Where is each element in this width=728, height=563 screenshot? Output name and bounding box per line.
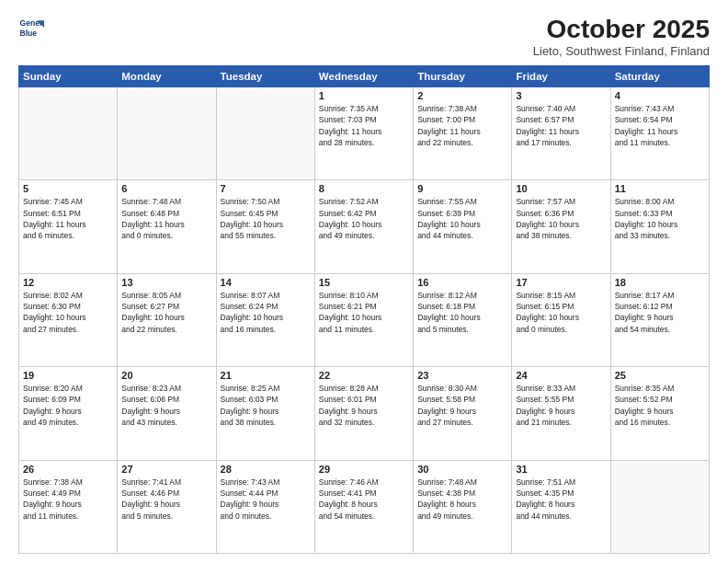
day-cell: 23Sunrise: 8:30 AMSunset: 5:58 PMDayligh… (414, 367, 512, 460)
day-info: Sunrise: 8:02 AMSunset: 6:30 PMDaylight:… (23, 290, 113, 335)
day-cell: 11Sunrise: 8:00 AMSunset: 6:33 PMDayligh… (610, 180, 709, 273)
day-number: 7 (221, 183, 311, 194)
day-info: Sunrise: 8:28 AMSunset: 6:01 PMDaylight:… (319, 383, 409, 428)
day-number: 3 (516, 90, 606, 101)
day-cell: 12Sunrise: 8:02 AMSunset: 6:30 PMDayligh… (19, 273, 118, 366)
day-number: 12 (23, 277, 113, 288)
day-info: Sunrise: 7:41 AMSunset: 4:46 PMDaylight:… (121, 477, 211, 522)
day-info: Sunrise: 8:30 AMSunset: 5:58 PMDaylight:… (417, 383, 507, 428)
day-number: 2 (417, 90, 507, 101)
col-wednesday: Wednesday (314, 66, 413, 87)
day-cell: 6Sunrise: 7:48 AMSunset: 6:48 PMDaylight… (118, 180, 216, 273)
day-info: Sunrise: 8:23 AMSunset: 6:06 PMDaylight:… (121, 383, 211, 428)
day-number: 31 (516, 464, 606, 475)
day-info: Sunrise: 8:25 AMSunset: 6:03 PMDaylight:… (221, 383, 311, 428)
day-info: Sunrise: 8:17 AMSunset: 6:12 PMDaylight:… (615, 290, 705, 335)
week-row-4: 26Sunrise: 7:38 AMSunset: 4:49 PMDayligh… (19, 460, 710, 553)
day-number: 26 (23, 464, 113, 475)
day-info: Sunrise: 7:57 AMSunset: 6:36 PMDaylight:… (516, 196, 606, 241)
day-info: Sunrise: 7:52 AMSunset: 6:42 PMDaylight:… (319, 196, 409, 241)
week-row-2: 12Sunrise: 8:02 AMSunset: 6:30 PMDayligh… (19, 273, 710, 366)
calendar-subtitle: Lieto, Southwest Finland, Finland (533, 44, 710, 58)
day-cell: 3Sunrise: 7:40 AMSunset: 6:57 PMDaylight… (512, 87, 610, 180)
title-block: October 2025 Lieto, Southwest Finland, F… (533, 15, 710, 58)
day-number: 8 (319, 183, 409, 194)
col-thursday: Thursday (414, 66, 512, 87)
day-number: 14 (221, 277, 311, 288)
logo-icon: General Blue (18, 15, 44, 40)
day-cell: 1Sunrise: 7:35 AMSunset: 7:03 PMDaylight… (314, 87, 413, 180)
week-row-0: 1Sunrise: 7:35 AMSunset: 7:03 PMDaylight… (19, 87, 710, 180)
col-tuesday: Tuesday (216, 66, 314, 87)
day-info: Sunrise: 7:48 AMSunset: 6:48 PMDaylight:… (121, 196, 211, 241)
day-number: 1 (319, 90, 409, 101)
day-cell: 18Sunrise: 8:17 AMSunset: 6:12 PMDayligh… (610, 273, 709, 366)
day-number: 23 (417, 370, 507, 381)
day-cell: 29Sunrise: 7:46 AMSunset: 4:41 PMDayligh… (314, 460, 413, 553)
day-cell: 17Sunrise: 8:15 AMSunset: 6:15 PMDayligh… (512, 273, 610, 366)
day-number: 28 (221, 464, 311, 475)
day-cell: 8Sunrise: 7:52 AMSunset: 6:42 PMDaylight… (314, 180, 413, 273)
day-number: 29 (319, 464, 409, 475)
header-row: Sunday Monday Tuesday Wednesday Thursday… (19, 66, 710, 87)
day-info: Sunrise: 7:46 AMSunset: 4:41 PMDaylight:… (319, 477, 409, 522)
col-sunday: Sunday (19, 66, 118, 87)
day-info: Sunrise: 7:50 AMSunset: 6:45 PMDaylight:… (221, 196, 311, 241)
day-info: Sunrise: 7:38 AMSunset: 4:49 PMDaylight:… (23, 477, 113, 522)
day-number: 4 (615, 90, 705, 101)
day-number: 21 (221, 370, 311, 381)
day-cell: 20Sunrise: 8:23 AMSunset: 6:06 PMDayligh… (118, 367, 216, 460)
day-cell: 19Sunrise: 8:20 AMSunset: 6:09 PMDayligh… (19, 367, 118, 460)
day-number: 19 (23, 370, 113, 381)
day-cell: 22Sunrise: 8:28 AMSunset: 6:01 PMDayligh… (314, 367, 413, 460)
day-cell (610, 460, 709, 553)
day-info: Sunrise: 8:20 AMSunset: 6:09 PMDaylight:… (23, 383, 113, 428)
day-number: 5 (23, 183, 113, 194)
day-number: 13 (121, 277, 211, 288)
week-row-3: 19Sunrise: 8:20 AMSunset: 6:09 PMDayligh… (19, 367, 710, 460)
day-info: Sunrise: 7:55 AMSunset: 6:39 PMDaylight:… (417, 196, 507, 241)
day-info: Sunrise: 7:43 AMSunset: 4:44 PMDaylight:… (221, 477, 311, 522)
day-cell: 14Sunrise: 8:07 AMSunset: 6:24 PMDayligh… (216, 273, 314, 366)
day-cell: 31Sunrise: 7:51 AMSunset: 4:35 PMDayligh… (512, 460, 610, 553)
day-number: 6 (121, 183, 211, 194)
logo: General Blue (18, 15, 44, 40)
day-cell: 30Sunrise: 7:48 AMSunset: 4:38 PMDayligh… (414, 460, 512, 553)
day-info: Sunrise: 7:48 AMSunset: 4:38 PMDaylight:… (417, 477, 507, 522)
day-cell (118, 87, 216, 180)
day-info: Sunrise: 7:45 AMSunset: 6:51 PMDaylight:… (23, 196, 113, 241)
day-cell: 13Sunrise: 8:05 AMSunset: 6:27 PMDayligh… (118, 273, 216, 366)
col-saturday: Saturday (610, 66, 709, 87)
day-number: 11 (615, 183, 705, 194)
day-info: Sunrise: 7:51 AMSunset: 4:35 PMDaylight:… (516, 477, 606, 522)
day-number: 15 (319, 277, 409, 288)
day-info: Sunrise: 8:05 AMSunset: 6:27 PMDaylight:… (121, 290, 211, 335)
day-cell: 15Sunrise: 8:10 AMSunset: 6:21 PMDayligh… (314, 273, 413, 366)
day-info: Sunrise: 8:35 AMSunset: 5:52 PMDaylight:… (615, 383, 705, 428)
day-number: 16 (417, 277, 507, 288)
day-number: 30 (417, 464, 507, 475)
day-cell: 27Sunrise: 7:41 AMSunset: 4:46 PMDayligh… (118, 460, 216, 553)
day-number: 25 (615, 370, 705, 381)
day-info: Sunrise: 8:10 AMSunset: 6:21 PMDaylight:… (319, 290, 409, 335)
day-cell: 16Sunrise: 8:12 AMSunset: 6:18 PMDayligh… (414, 273, 512, 366)
day-info: Sunrise: 8:33 AMSunset: 5:55 PMDaylight:… (516, 383, 606, 428)
day-cell: 25Sunrise: 8:35 AMSunset: 5:52 PMDayligh… (610, 367, 709, 460)
day-info: Sunrise: 8:12 AMSunset: 6:18 PMDaylight:… (417, 290, 507, 335)
col-friday: Friday (512, 66, 610, 87)
day-cell: 9Sunrise: 7:55 AMSunset: 6:39 PMDaylight… (414, 180, 512, 273)
day-number: 18 (615, 277, 705, 288)
day-number: 27 (121, 464, 211, 475)
day-cell (216, 87, 314, 180)
day-info: Sunrise: 7:35 AMSunset: 7:03 PMDaylight:… (319, 103, 409, 148)
day-number: 22 (319, 370, 409, 381)
day-cell: 28Sunrise: 7:43 AMSunset: 4:44 PMDayligh… (216, 460, 314, 553)
day-number: 17 (516, 277, 606, 288)
day-info: Sunrise: 7:40 AMSunset: 6:57 PMDaylight:… (516, 103, 606, 148)
day-info: Sunrise: 8:07 AMSunset: 6:24 PMDaylight:… (221, 290, 311, 335)
day-cell: 4Sunrise: 7:43 AMSunset: 6:54 PMDaylight… (610, 87, 709, 180)
calendar-title: October 2025 (533, 15, 710, 44)
day-cell: 21Sunrise: 8:25 AMSunset: 6:03 PMDayligh… (216, 367, 314, 460)
header: General Blue October 2025 Lieto, Southwe… (18, 15, 710, 58)
day-info: Sunrise: 7:38 AMSunset: 7:00 PMDaylight:… (417, 103, 507, 148)
